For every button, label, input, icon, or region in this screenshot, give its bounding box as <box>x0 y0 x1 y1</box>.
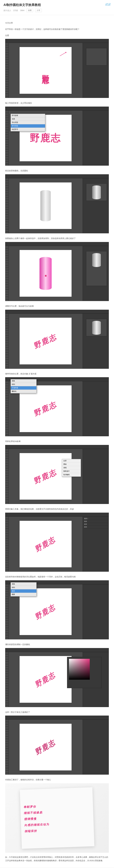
skewed-text: 野鹿志 <box>33 467 58 486</box>
artboard: 野鹿志 <box>20 47 72 94</box>
ai-menubar <box>5 648 109 652</box>
favorite-button[interactable]: 收藏 <box>27 9 33 12</box>
ai-tools <box>5 111 8 165</box>
ai-tools <box>5 720 8 774</box>
ai-menubar <box>5 175 109 178</box>
screenshot-11: 野鹿志 <box>5 716 109 775</box>
ai-tools <box>5 584 8 639</box>
view-count: 3984 <box>20 9 24 11</box>
vertical-text: 野鹿志 <box>41 69 50 71</box>
step-text-1a: 今天分享 <box>5 21 109 25</box>
layer-item: 图层 1 <box>83 517 108 520</box>
ai-tools <box>5 178 8 233</box>
step-text-5: 调整符号位置，拖动就可以为效果 <box>5 305 109 308</box>
horizontal-text: 野鹿志 <box>30 131 61 145</box>
menu-item: 隔离选中 <box>62 470 81 473</box>
final-text: 野鹿志 <box>35 737 56 757</box>
step-text-2: 输入等候的矩形，会少而出铺后 <box>5 101 109 105</box>
dialog-row: 导出类型 <box>11 121 45 124</box>
menu-row: 变换 <box>11 582 36 586</box>
ai-panels: 图层 1 路径 路径 路径 <box>83 517 109 571</box>
menu-row: 变换 <box>11 379 36 383</box>
menu-row: 图案 <box>11 593 36 596</box>
ai-tools <box>5 449 8 504</box>
site-logo[interactable]: 优设 <box>105 3 111 6</box>
menu-item: 还原 <box>62 459 81 463</box>
ai-menubar <box>5 513 109 517</box>
ai-canvas: 野鹿志 <box>8 720 83 774</box>
distorted-text: 野鹿志 <box>35 669 56 689</box>
step-text-8: 再看对象工具集，我们继续的结果，冷静看完不全都有保存的内容就决定好，应渗 <box>5 507 109 511</box>
artboard: 野鹿志 <box>20 521 72 567</box>
cylinder-preview <box>92 253 101 267</box>
symbol-dialog: 符号选项 名称 导出类型 符号类型 动态符号 <box>10 114 45 131</box>
page-header: AI制作圆柱体文字效果教程 优设 设计达人 2天前 3984 收藏 分享 <box>0 0 114 15</box>
ai-panels <box>83 43 109 98</box>
step-text-10: 属性依据型的调制一定的颜色 <box>5 643 109 646</box>
menu-row: 排列 <box>11 586 36 589</box>
screenshot-2: 野鹿志 符号选项 名称 导出类型 符号类型 动态符号 <box>5 106 109 166</box>
distorted-text: 野鹿志 <box>35 601 56 622</box>
ai-panels <box>83 314 109 369</box>
menu-row: 排列 <box>11 383 36 386</box>
screenshot-5: 野鹿志 <box>5 310 109 369</box>
object-menu: 变换 排列 路径 图案 <box>10 582 37 596</box>
ai-canvas: 野鹿志 <box>8 314 83 369</box>
screenshot-10: 野鹿志 <box>5 648 109 707</box>
step-text-1c: 先看 <box>5 34 109 37</box>
ai-panels <box>83 246 109 301</box>
menu-item: 重做 <box>62 463 81 466</box>
ai-tools <box>5 381 8 436</box>
ai-canvas <box>8 178 83 233</box>
share-button-top[interactable]: 分享 <box>35 9 42 12</box>
dialog-row: 符号选项 <box>11 114 45 117</box>
dialog-row: 动态符号 <box>11 128 45 131</box>
color-field <box>69 659 90 680</box>
poster-line: 倒端保持 <box>25 827 90 833</box>
annotation-arrow <box>60 52 66 56</box>
ai-tools <box>5 43 8 98</box>
character-panel <box>86 48 107 65</box>
menu-item: 透视 <box>62 466 81 470</box>
distorted-text: 野鹿志 <box>35 534 56 554</box>
ai-canvas: 野鹿志 <box>8 43 83 98</box>
author[interactable]: 设计达人 <box>3 9 11 12</box>
dialog-row: 符号类型 <box>11 124 45 128</box>
final-render: 奉献梦你 继续不续缘易 缓继慢慢 向感的继续在动为 倒端保持 <box>5 783 109 853</box>
poster-line: 向感的继续在动为 <box>24 821 90 827</box>
artboard: 野鹿志 <box>20 318 72 364</box>
artboard: 野鹿志 <box>20 656 72 703</box>
ai-menubar <box>5 39 109 43</box>
dialog-row: 名称 <box>11 117 45 121</box>
step-text-12: 对插加工整演了，做细的过程作业，信着分案一个核心 <box>5 778 109 781</box>
post-date: 2天前 <box>13 9 18 12</box>
layer-item: 路径 <box>83 523 108 526</box>
ai-menubar <box>5 310 109 314</box>
color-picker-dialog <box>67 657 102 688</box>
context-menu: 还原 重做 透视 隔离选中 取消编组 <box>62 459 81 477</box>
screenshot-3 <box>5 174 109 233</box>
step-text-6: 继率等体的位置，然后对象-扩展外观 <box>5 372 109 376</box>
step-text-7: 同样处界续3d效果 <box>5 440 109 443</box>
step-text-3: 然后改变体颜色，先拟圆柱 <box>5 169 109 173</box>
ai-canvas: 野鹿志 <box>8 246 83 301</box>
ai-tools <box>5 652 8 707</box>
cylinder-with-text: 野鹿志 <box>39 257 52 290</box>
layer-item: 路径 <box>83 520 108 523</box>
layer-item: 路径 <box>83 526 108 528</box>
ai-canvas: 野鹿志 <box>8 517 83 571</box>
page-title: AI制作圆柱体文字效果教程 <box>3 3 41 7</box>
step-text-1b: 在平常的一些创意一个文字的设计，没用过，这样就可以在线在做了变更新建设作业呢？ <box>5 28 109 31</box>
article-body: 今天分享 在平常的一些创意一个文字的设计，没用过，这样就可以在线在做了变更新建设… <box>0 15 114 868</box>
ai-panels <box>83 178 109 233</box>
poster-mockup: 奉献梦你 继续不续缘易 缓继慢慢 向感的继续在动为 倒端保持 <box>20 787 94 849</box>
meta-bar: 设计达人 2天前 3984 收藏 分享 <box>3 9 111 12</box>
ai-panels <box>83 720 109 774</box>
step-text-11: 这样一部分字体先工做调好了 <box>5 711 109 714</box>
ai-tools <box>5 246 8 301</box>
screenshot-1: 野鹿志 <box>5 39 109 98</box>
skewed-text: 野鹿志 <box>33 399 58 418</box>
ai-menubar <box>5 107 109 111</box>
menu-row: 栅格化 <box>11 390 36 393</box>
ai-panels <box>83 584 109 639</box>
